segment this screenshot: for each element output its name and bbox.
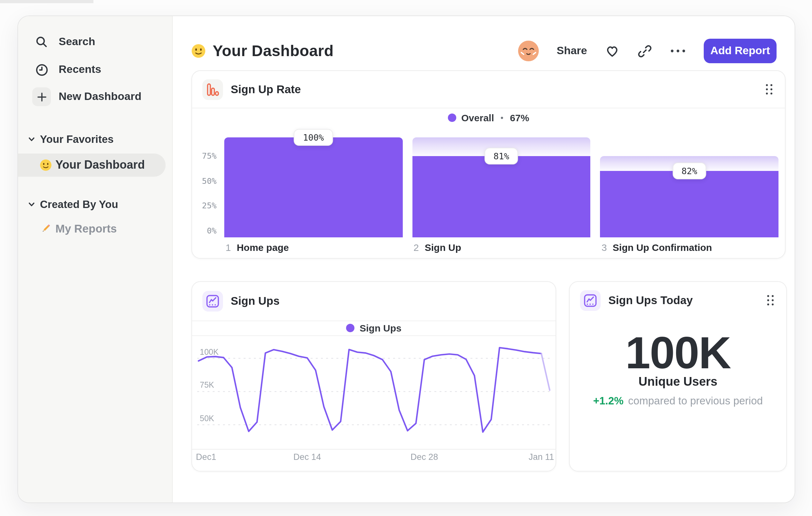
funnel-step-label: 1Home page [226,242,289,253]
line-x-tick: Dec 14 [294,452,321,462]
sidebar-item-label: Search [59,35,95,48]
conversion-tooltip: 82% [672,163,706,179]
app-window: Search Recents New Dashboard Your Favori… [18,16,795,503]
metric-delta: +1.2% [593,395,624,406]
line-x-tick: Jan 11 [529,452,554,462]
funnel-bar[interactable] [412,156,590,237]
share-button[interactable]: Share [557,45,587,57]
favorite-heart-icon[interactable] [605,43,620,59]
sidebar-item-my-reports[interactable]: My Reports [18,221,172,237]
sidebar-section-your-favorites[interactable]: Your Favorites [18,132,172,146]
sidebar-item-new-dashboard[interactable]: New Dashboard [18,86,172,108]
line-chart-icon [580,290,601,310]
search-icon [32,33,51,51]
funnel-step-label: 2Sign Up [413,242,461,253]
step-name: Home page [237,242,289,253]
top-left-strip [0,0,93,3]
sign-up-rate-card: Sign Up Rate Overall • 67% 75%50%25%0%10… [192,70,786,259]
funnel-bar[interactable] [600,171,779,237]
line-y-tick: 100K [200,347,219,356]
chevron-down-icon [28,135,35,143]
metric-delta-row: +1.2%compared to previous period [570,395,786,407]
pencil-emoji-icon [39,223,52,235]
metric-value: 100K [570,327,786,379]
metric-value-label: Unique Users [570,375,786,389]
funnel-y-tick: 25% [192,201,216,211]
x-axis-line [192,449,555,450]
main-area: Your Dashboard Share [173,16,794,503]
section-title: Your Favorites [40,133,114,145]
step-number: 1 [226,242,231,253]
metric-delta-note: compared to previous period [628,395,763,406]
conversion-tooltip: 100% [294,129,333,146]
step-number: 3 [602,242,607,253]
line-x-tick: Dec1 [196,452,216,462]
clock-icon [32,60,51,79]
sign-ups-card: Sign Ups Sign Ups 100K75K50KDec1Dec 14De… [192,281,556,471]
sidebar-item-search[interactable]: Search [18,31,172,53]
smiley-emoji-icon [191,43,206,59]
chevron-down-icon [28,200,35,208]
funnel-y-tick: 0% [192,226,216,236]
smiley-emoji-icon [39,159,52,171]
sidebar-item-recents[interactable]: Recents [18,59,172,81]
step-name: Sign Up Confirmation [613,242,712,253]
funnel-y-tick: 50% [192,176,216,185]
sidebar-item-label: My Reports [55,222,117,236]
line-chart: 100K75K50KDec1Dec 14Dec 28Jan 11 [192,282,555,471]
conversion-tooltip: 81% [485,148,518,165]
funnel-bar[interactable] [224,137,402,237]
avatar[interactable] [518,40,540,62]
line-chart-plot[interactable] [192,337,557,449]
section-title: Created By You [40,198,118,211]
page-title: Your Dashboard [213,42,334,60]
page: Search Recents New Dashboard Your Favori… [0,0,812,516]
plus-icon [32,87,51,106]
sidebar-item-label: New Dashboard [59,90,141,103]
more-options-icon[interactable] [670,48,686,54]
funnel-step-label: 3Sign Up Confirmation [602,242,712,253]
card-header: Sign Ups Today [570,282,786,319]
funnel-y-tick: 75% [192,151,216,161]
funnel-chart: 75%50%25%0%100%1Home page81%2Sign Up82%3… [192,71,785,258]
sidebar-item-label: Your Dashboard [55,158,145,172]
sidebar: Search Recents New Dashboard Your Favori… [18,16,173,503]
signups-series-line [199,348,541,432]
sidebar-section-created-by-you[interactable]: Created By You [18,197,172,212]
sign-ups-today-card: Sign Ups Today 100K Unique Users +1.2%co… [569,281,787,471]
line-y-tick: 50K [200,414,214,423]
step-name: Sign Up [425,242,461,253]
step-number: 2 [413,242,419,253]
sidebar-item-your-dashboard[interactable]: Your Dashboard [18,154,166,177]
page-header: Your Dashboard Share [173,16,794,70]
add-report-button[interactable]: Add Report [704,39,777,63]
line-y-tick: 75K [200,381,214,389]
card-title: Sign Ups Today [608,294,693,307]
copy-link-icon[interactable] [637,44,652,58]
drag-handle-icon[interactable] [764,293,776,307]
sidebar-item-label: Recents [59,63,101,76]
signups-series-line [541,353,550,390]
line-x-tick: Dec 28 [410,452,438,462]
